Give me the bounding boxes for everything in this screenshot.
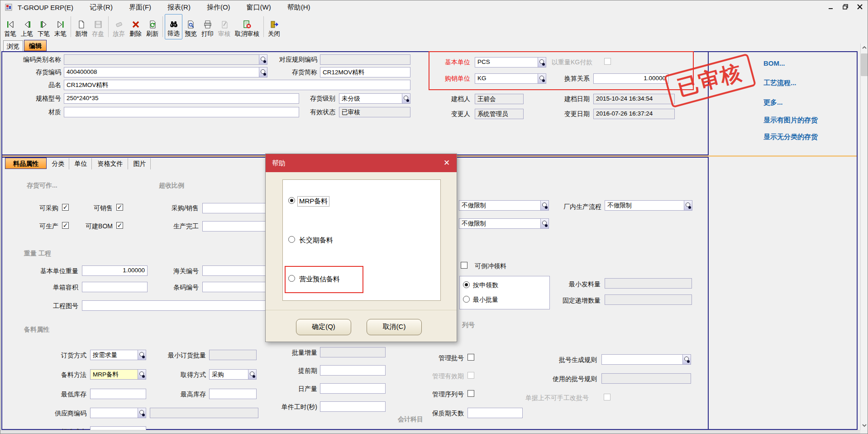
- box-volume-field[interactable]: [82, 282, 148, 292]
- manage-validity-checkbox[interactable]: [467, 372, 474, 379]
- purchasable-checkbox[interactable]: [62, 204, 69, 211]
- code-category-field[interactable]: [64, 54, 267, 65]
- toolbar-prev-button[interactable]: 上笔: [19, 14, 35, 39]
- toolbar-refresh-button[interactable]: 刷新: [144, 14, 161, 39]
- acquire-mode-lookup-icon[interactable]: [248, 369, 257, 380]
- item-name-field[interactable]: CR12MOV精料: [64, 80, 410, 90]
- link-show-with-image[interactable]: 显示有图片的存货: [763, 116, 818, 125]
- base-unit-lookup-icon[interactable]: [538, 57, 546, 68]
- option-mrp-label[interactable]: MRP备料: [298, 197, 329, 206]
- reserve-method-lookup-icon[interactable]: [138, 369, 146, 380]
- by-request-radio[interactable]: [463, 281, 470, 288]
- min-issue-field[interactable]: [605, 278, 692, 289]
- manage-serial-checkbox[interactable]: [467, 390, 474, 397]
- option-forecast-label[interactable]: 营业预估备料: [299, 275, 340, 284]
- pay-by-kg-checkbox[interactable]: [604, 58, 611, 65]
- trade-unit-field[interactable]: KG: [475, 73, 546, 84]
- detail-tab-attributes[interactable]: 料品属性: [5, 158, 47, 169]
- detail-tab-qualification[interactable]: 资格文件: [93, 158, 128, 169]
- unit-hours-field[interactable]: [320, 401, 386, 412]
- order-mode-lookup-icon[interactable]: [138, 350, 146, 360]
- batch-increment-field[interactable]: [320, 347, 386, 357]
- detail-tab-image[interactable]: 图片: [129, 158, 151, 169]
- backflush-checkbox[interactable]: [461, 262, 467, 269]
- sellable-checkbox[interactable]: [116, 204, 123, 211]
- horizontal-scrollbar[interactable]: [0, 430, 860, 434]
- level-lookup-icon[interactable]: [402, 93, 410, 104]
- vertical-scroll-thumb[interactable]: [861, 53, 868, 76]
- dialog-close-icon[interactable]: ✕: [441, 158, 452, 169]
- max-stock-field[interactable]: [209, 389, 257, 399]
- min-order-field[interactable]: [209, 350, 257, 360]
- vertical-scrollbar[interactable]: [860, 43, 868, 430]
- restore-icon[interactable]: [840, 4, 850, 11]
- cancel-button[interactable]: 取消(C): [367, 319, 422, 335]
- link-process-flow[interactable]: 工艺流程...: [763, 79, 796, 87]
- link-show-unclassified[interactable]: 显示无分类的存货: [763, 133, 818, 141]
- item-abbr-field[interactable]: CR12MOV精料: [320, 67, 410, 77]
- option-long-lead-label[interactable]: 长交期备料: [299, 236, 333, 245]
- option-mrp-radio[interactable]: [288, 197, 295, 204]
- trade-unit-lookup-icon[interactable]: [538, 73, 546, 84]
- item-code-field[interactable]: 400400008: [64, 67, 267, 77]
- option-forecast-radio[interactable]: [288, 275, 295, 282]
- scroll-down-icon[interactable]: [861, 421, 868, 429]
- shelf-life-field[interactable]: [467, 408, 523, 418]
- factory-flow-field[interactable]: 不做限制: [605, 200, 692, 211]
- limit-field-1[interactable]: 不做限制: [459, 200, 549, 211]
- menu-item-record[interactable]: 记录(R): [90, 3, 113, 12]
- conversion-field[interactable]: 1.00000: [593, 73, 668, 84]
- toolbar-delete-button[interactable]: 删除: [127, 14, 144, 39]
- toolbar-new-button[interactable]: 新增: [73, 14, 90, 39]
- menu-item-interface[interactable]: 界面(F): [129, 3, 151, 12]
- rule-code-field[interactable]: [320, 54, 410, 65]
- link-bom[interactable]: BOM...: [763, 59, 785, 67]
- toolbar-cancel-audit-button[interactable]: 取消审核: [233, 14, 262, 39]
- limit-field-2[interactable]: 不做限制: [459, 218, 549, 229]
- link-more[interactable]: 更多...: [763, 98, 783, 107]
- toolbar-discard-button[interactable]: 放弃: [110, 14, 127, 39]
- detail-tab-category[interactable]: 分类: [48, 158, 69, 169]
- supplier-code-lookup-icon[interactable]: [138, 408, 146, 418]
- option-long-lead-radio[interactable]: [288, 236, 295, 243]
- tab-edit[interactable]: 编辑: [24, 40, 47, 51]
- detail-tab-unit[interactable]: 单位: [70, 158, 92, 169]
- menu-item-app[interactable]: T-GROUP ERP(E): [18, 4, 73, 11]
- can-bom-checkbox[interactable]: [116, 222, 123, 229]
- ok-button[interactable]: 确定(Q): [296, 319, 351, 335]
- spec-field[interactable]: 250*240*35: [64, 93, 299, 104]
- toolbar-first-button[interactable]: 首笔: [2, 14, 19, 39]
- close-icon[interactable]: [855, 4, 865, 11]
- toolbar-last-button[interactable]: 末笔: [52, 14, 69, 39]
- toolbar-save-button[interactable]: 存盘: [90, 14, 106, 39]
- tab-browse[interactable]: 浏览: [3, 40, 23, 51]
- item-code-lookup-icon[interactable]: [259, 67, 267, 77]
- material-field[interactable]: [64, 107, 299, 117]
- lead-time-field[interactable]: [320, 365, 386, 376]
- toolbar-close-button[interactable]: 关闭: [266, 14, 282, 39]
- no-manual-batch-checkbox[interactable]: [604, 394, 610, 400]
- manage-batch-checkbox[interactable]: [467, 354, 474, 361]
- menu-item-window[interactable]: 窗口(W): [247, 3, 271, 12]
- menu-item-operate[interactable]: 操作(O): [207, 3, 230, 12]
- toolbar-print-button[interactable]: 打印: [199, 14, 216, 39]
- limit-1-lookup-icon[interactable]: [540, 200, 549, 211]
- fixed-increment-field[interactable]: [605, 294, 692, 305]
- menu-item-help[interactable]: 帮助(H): [287, 3, 310, 12]
- code-category-lookup-icon[interactable]: [259, 54, 267, 65]
- minimize-icon[interactable]: [826, 4, 836, 11]
- menu-item-report[interactable]: 报表(R): [167, 3, 191, 12]
- min-batch-radio[interactable]: [463, 296, 470, 303]
- scroll-up-icon[interactable]: [861, 43, 868, 52]
- batch-rule-lookup-icon[interactable]: [682, 354, 691, 365]
- level-field[interactable]: 未分级: [339, 93, 410, 104]
- limit-2-lookup-icon[interactable]: [540, 218, 549, 229]
- base-unit-field[interactable]: PCS: [475, 57, 546, 68]
- toolbar-audit-button[interactable]: 审核: [216, 14, 233, 39]
- toolbar-preview-button[interactable]: 预览: [182, 14, 199, 39]
- producible-checkbox[interactable]: [62, 222, 69, 229]
- min-stock-field[interactable]: [90, 389, 146, 399]
- base-unit-weight-field[interactable]: 1.00000: [82, 265, 148, 276]
- toolbar-next-button[interactable]: 下笔: [35, 14, 52, 39]
- toolbar-filter-button[interactable]: 筛选: [165, 14, 182, 39]
